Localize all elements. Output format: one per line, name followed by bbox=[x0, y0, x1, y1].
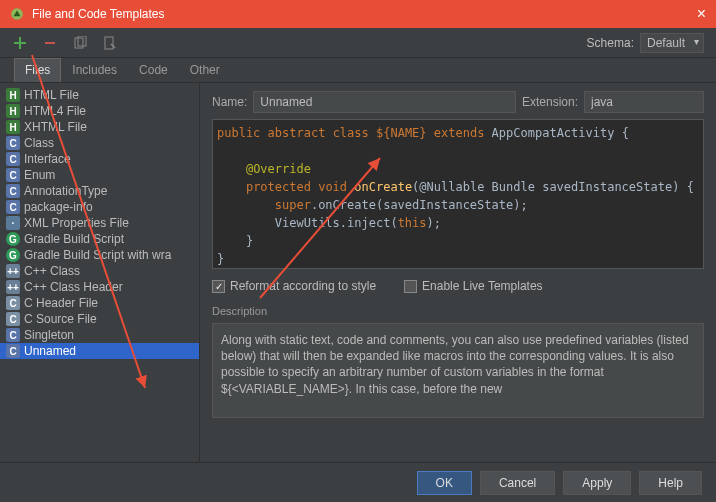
add-icon[interactable] bbox=[12, 35, 28, 51]
apply-button[interactable]: Apply bbox=[563, 471, 631, 495]
c-file-icon: C bbox=[6, 296, 20, 310]
extension-label: Extension: bbox=[522, 95, 578, 109]
html-file-icon: H bbox=[6, 120, 20, 134]
file-item[interactable]: CEnum bbox=[0, 167, 199, 183]
file-item[interactable]: GGradle Build Script bbox=[0, 231, 199, 247]
file-item-label: HTML File bbox=[24, 88, 79, 102]
class-file-icon: C bbox=[6, 344, 20, 358]
file-item[interactable]: CUnnamed bbox=[0, 343, 199, 359]
tab-files[interactable]: Files bbox=[14, 58, 61, 82]
file-item-label: C++ Class bbox=[24, 264, 80, 278]
file-item[interactable]: CClass bbox=[0, 135, 199, 151]
help-button[interactable]: Help bbox=[639, 471, 702, 495]
copy-icon[interactable] bbox=[72, 35, 88, 51]
class-file-icon: C bbox=[6, 136, 20, 150]
class-file-icon: C bbox=[6, 200, 20, 214]
gradle-file-icon: G bbox=[6, 232, 20, 246]
class-file-icon: C bbox=[6, 328, 20, 342]
cancel-button[interactable]: Cancel bbox=[480, 471, 555, 495]
description-box[interactable]: Along with static text, code and comment… bbox=[212, 323, 704, 418]
file-item-label: Unnamed bbox=[24, 344, 76, 358]
file-list[interactable]: HHTML FileHHTML4 FileHXHTML FileCClassCI… bbox=[0, 83, 200, 463]
tab-includes[interactable]: Includes bbox=[61, 58, 128, 82]
gradle-file-icon: G bbox=[6, 248, 20, 262]
tabs: FilesIncludesCodeOther bbox=[0, 58, 716, 83]
titlebar: File and Code Templates × bbox=[0, 0, 716, 28]
file-item-label: package-info bbox=[24, 200, 93, 214]
cpp-file-icon: ++ bbox=[6, 280, 20, 294]
tab-other[interactable]: Other bbox=[179, 58, 231, 82]
file-item[interactable]: ++C++ Class Header bbox=[0, 279, 199, 295]
file-item-label: XML Properties File bbox=[24, 216, 129, 230]
schema-select[interactable]: Default bbox=[640, 33, 704, 53]
file-item[interactable]: HHTML4 File bbox=[0, 103, 199, 119]
file-item-label: Gradle Build Script with wra bbox=[24, 248, 171, 262]
file-item[interactable]: GGradle Build Script with wra bbox=[0, 247, 199, 263]
live-templates-checkbox[interactable]: Enable Live Templates bbox=[404, 279, 543, 293]
class-file-icon: C bbox=[6, 152, 20, 166]
file-item-label: Interface bbox=[24, 152, 71, 166]
file-item-label: Singleton bbox=[24, 328, 74, 342]
generic-file-icon: · bbox=[6, 216, 20, 230]
tab-code[interactable]: Code bbox=[128, 58, 179, 82]
file-item-label: C Source File bbox=[24, 312, 97, 326]
file-item-label: HTML4 File bbox=[24, 104, 86, 118]
class-file-icon: C bbox=[6, 168, 20, 182]
file-item[interactable]: HHTML File bbox=[0, 87, 199, 103]
file-item-label: Enum bbox=[24, 168, 55, 182]
file-item-label: XHTML File bbox=[24, 120, 87, 134]
remove-icon[interactable] bbox=[42, 35, 58, 51]
ok-button[interactable]: OK bbox=[417, 471, 472, 495]
file-item-label: C Header File bbox=[24, 296, 98, 310]
toolbar: Schema: Default bbox=[0, 28, 716, 58]
file-item[interactable]: Cpackage-info bbox=[0, 199, 199, 215]
reset-icon[interactable] bbox=[102, 35, 118, 51]
svg-rect-3 bbox=[105, 37, 113, 49]
c-file-icon: C bbox=[6, 312, 20, 326]
name-input[interactable] bbox=[253, 91, 516, 113]
file-item[interactable]: CSingleton bbox=[0, 327, 199, 343]
class-file-icon: C bbox=[6, 184, 20, 198]
file-item-label: AnnotationType bbox=[24, 184, 107, 198]
file-item[interactable]: ·XML Properties File bbox=[0, 215, 199, 231]
html-file-icon: H bbox=[6, 104, 20, 118]
extension-input[interactable] bbox=[584, 91, 704, 113]
schema-label: Schema: bbox=[587, 36, 634, 50]
template-editor: Name: Extension: public abstract class $… bbox=[200, 83, 716, 463]
description-label: Description bbox=[212, 305, 704, 317]
checkbox-checked-icon bbox=[212, 280, 225, 293]
checkbox-icon bbox=[404, 280, 417, 293]
cpp-file-icon: ++ bbox=[6, 264, 20, 278]
file-item-label: C++ Class Header bbox=[24, 280, 123, 294]
file-item[interactable]: CC Source File bbox=[0, 311, 199, 327]
app-icon bbox=[10, 7, 24, 21]
reformat-checkbox[interactable]: Reformat according to style bbox=[212, 279, 376, 293]
file-item[interactable]: HXHTML File bbox=[0, 119, 199, 135]
window-title: File and Code Templates bbox=[32, 7, 165, 21]
name-label: Name: bbox=[212, 95, 247, 109]
button-bar: OK Cancel Apply Help bbox=[0, 462, 716, 502]
html-file-icon: H bbox=[6, 88, 20, 102]
template-code[interactable]: public abstract class ${NAME} extends Ap… bbox=[212, 119, 704, 269]
file-item-label: Class bbox=[24, 136, 54, 150]
file-item[interactable]: ++C++ Class bbox=[0, 263, 199, 279]
close-icon[interactable]: × bbox=[697, 5, 706, 23]
file-item[interactable]: CC Header File bbox=[0, 295, 199, 311]
file-item[interactable]: CInterface bbox=[0, 151, 199, 167]
file-item-label: Gradle Build Script bbox=[24, 232, 124, 246]
file-item[interactable]: CAnnotationType bbox=[0, 183, 199, 199]
